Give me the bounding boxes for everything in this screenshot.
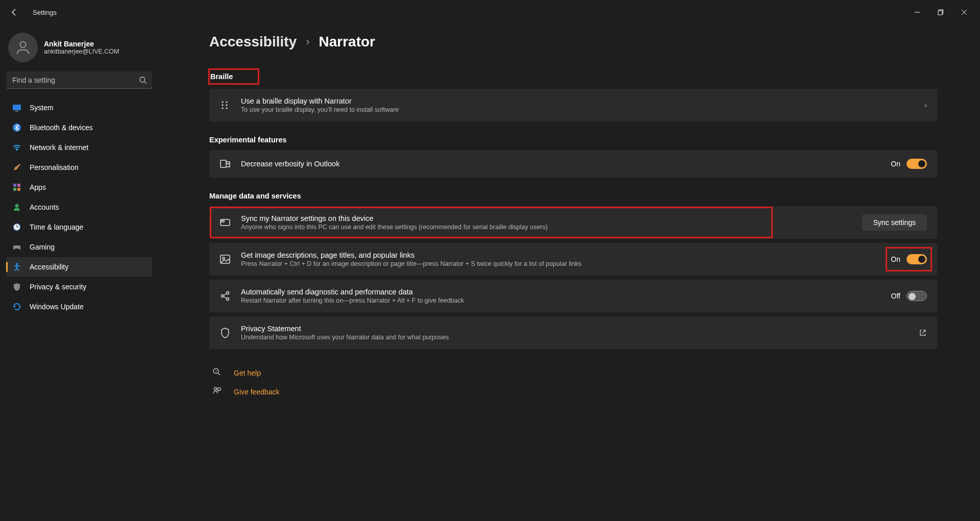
link-label: Give feedback	[234, 388, 280, 396]
svg-rect-14	[13, 188, 16, 191]
search-input[interactable]	[6, 71, 152, 89]
image-desc-card[interactable]: Get image descriptions, page titles, and…	[209, 243, 937, 276]
nav-item-network[interactable]: Network & internet	[6, 138, 152, 157]
sync-settings-button[interactable]: Sync settings	[862, 214, 927, 231]
privacy-card[interactable]: Privacy Statement Understand how Microso…	[209, 316, 937, 349]
svg-line-36	[224, 293, 227, 295]
card-sub: Press Narrator + Ctrl + D for an image d…	[241, 260, 880, 267]
svg-text:?: ?	[215, 369, 217, 373]
svg-point-25	[226, 101, 227, 103]
apps-icon	[12, 183, 21, 192]
chevron-right-icon: ›	[306, 35, 309, 48]
svg-rect-9	[15, 111, 18, 112]
section-title-experimental: Experimental features	[209, 136, 937, 144]
breadcrumb-parent[interactable]: Accessibility	[209, 34, 297, 50]
back-button[interactable]	[4, 2, 24, 22]
search-wrap	[6, 71, 152, 89]
image-desc-toggle[interactable]	[906, 254, 927, 264]
nav-label: Network & internet	[30, 143, 88, 152]
nav-item-apps[interactable]: Apps	[6, 178, 152, 197]
minimize-icon	[914, 9, 920, 15]
accessibility-icon	[12, 262, 21, 271]
outlook-icon	[219, 158, 231, 169]
give-feedback-link[interactable]: Give feedback	[209, 382, 937, 401]
svg-point-34	[227, 292, 229, 294]
section-title-braille: Braille	[210, 72, 233, 81]
svg-point-27	[226, 107, 227, 109]
card-title: Decrease verbosity in Outlook	[241, 160, 880, 168]
card-title: Get image descriptions, page titles, and…	[241, 251, 880, 259]
diagnostic-toggle[interactable]	[906, 291, 927, 301]
nav: System Bluetooth & devices Network & int…	[6, 98, 152, 316]
nav-item-accessibility[interactable]: Accessibility	[6, 257, 152, 277]
section-manage: Manage data and services Sync my Narrato…	[209, 192, 937, 349]
share-icon	[219, 290, 231, 302]
shield-outline-icon	[219, 327, 231, 338]
card-title: Sync my Narrator settings on this device	[241, 214, 852, 222]
breadcrumb-current: Narrator	[319, 34, 375, 50]
brush-icon	[12, 163, 21, 172]
section-experimental: Experimental features Decrease verbosity…	[209, 136, 937, 178]
avatar	[8, 33, 38, 62]
card-sub: Restart Narrator after turning this on—p…	[241, 297, 881, 304]
svg-point-26	[226, 104, 227, 106]
svg-point-42	[214, 388, 217, 390]
svg-point-16	[15, 204, 19, 208]
sync-card[interactable]: Sync my Narrator settings on this device…	[209, 206, 937, 239]
svg-line-38	[922, 330, 925, 333]
svg-point-6	[140, 77, 145, 82]
nav-label: Time & language	[30, 223, 83, 231]
main-content: Accessibility › Narrator Braille Use a b…	[158, 24, 980, 521]
svg-rect-13	[17, 184, 20, 187]
outlook-verbosity-toggle[interactable]	[906, 159, 927, 169]
card-sub: Anyone who signs into this PC can use an…	[241, 224, 852, 231]
nav-label: Windows Update	[30, 303, 84, 311]
svg-rect-28	[220, 160, 226, 167]
nav-item-system[interactable]: System	[6, 98, 152, 117]
card-title: Privacy Statement	[241, 325, 909, 333]
braille-card[interactable]: Use a braille display with Narrator To u…	[209, 89, 937, 121]
nav-item-personalisation[interactable]: Personalisation	[6, 158, 152, 177]
nav-item-gaming[interactable]: Gaming	[6, 237, 152, 257]
svg-rect-2	[938, 11, 942, 15]
svg-line-37	[224, 296, 227, 299]
outlook-verbosity-card[interactable]: Decrease verbosity in Outlook On	[209, 150, 937, 178]
back-arrow-icon	[10, 8, 18, 16]
nav-label: Accessibility	[30, 263, 68, 271]
feedback-icon	[212, 386, 224, 397]
get-help-link[interactable]: ? Get help	[209, 363, 937, 382]
nav-item-time[interactable]: Time & language	[6, 217, 152, 237]
svg-rect-12	[13, 184, 16, 187]
card-title: Use a braille display with Narrator	[241, 97, 914, 105]
maximize-icon	[938, 9, 944, 15]
profile-email: ankitbanerjee@LIVE.COM	[44, 48, 119, 55]
svg-point-22	[222, 101, 223, 103]
help-icon: ?	[212, 367, 224, 378]
card-title: Automatically send diagnostic and perfor…	[241, 288, 881, 296]
svg-point-35	[227, 298, 229, 301]
svg-rect-8	[13, 105, 21, 110]
nav-label: Accounts	[30, 203, 59, 211]
nav-item-bluetooth[interactable]: Bluetooth & devices	[6, 118, 152, 137]
svg-point-23	[222, 104, 223, 106]
nav-label: Gaming	[30, 243, 55, 251]
nav-item-update[interactable]: Windows Update	[6, 297, 152, 316]
search-icon	[139, 76, 147, 84]
link-label: Get help	[234, 369, 261, 377]
nav-label: System	[30, 104, 54, 112]
nav-label: Apps	[30, 183, 46, 191]
minimize-button[interactable]	[905, 4, 929, 20]
maximize-button[interactable]	[929, 4, 952, 20]
nav-item-privacy[interactable]: Privacy & security	[6, 277, 152, 296]
diagnostic-card[interactable]: Automatically send diagnostic and perfor…	[209, 280, 937, 312]
svg-line-40	[218, 373, 220, 375]
profile-name: Ankit Banerjee	[44, 40, 119, 48]
profile-block[interactable]: Ankit Banerjee ankitbanerjee@LIVE.COM	[6, 29, 152, 71]
wifi-icon	[12, 143, 21, 152]
sidebar: Ankit Banerjee ankitbanerjee@LIVE.COM Sy…	[0, 24, 158, 521]
external-link-icon	[919, 329, 927, 337]
chevron-right-icon: ›	[924, 101, 927, 109]
svg-point-11	[16, 149, 18, 151]
close-button[interactable]	[952, 4, 976, 20]
nav-item-accounts[interactable]: Accounts	[6, 197, 152, 217]
